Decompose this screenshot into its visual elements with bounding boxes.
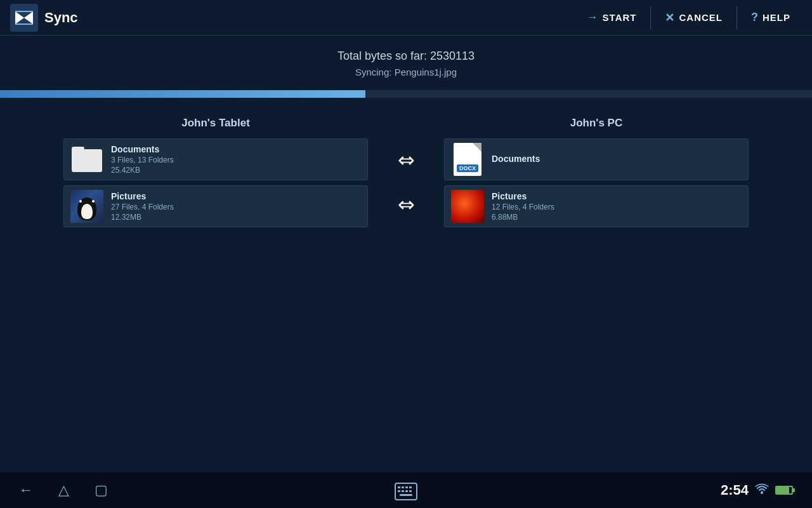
top-actions: → START ✕ CANCEL ? HELP (575, 6, 802, 30)
status-area: 2:54 (721, 482, 793, 498)
back-icon[interactable]: ← (19, 482, 33, 498)
svg-rect-13 (409, 490, 412, 492)
svg-rect-12 (405, 490, 408, 492)
tablet-panel: John's Tablet Documents 3 Files, 13 Fold… (63, 117, 368, 232)
progress-area: Total bytes so far: 2530113 Syncing: Pen… (0, 36, 812, 84)
help-button[interactable]: ? HELP (740, 6, 802, 29)
pc-pictures-detail1: 12 Files, 4 Folders (492, 203, 554, 211)
home-icon[interactable]: △ (58, 482, 69, 498)
tablet-pictures-name: Pictures (111, 191, 174, 201)
divider2 (737, 6, 737, 29)
pc-pictures-detail2: 6.88MB (492, 213, 554, 222)
syncing-label: Syncing: Penguins1j.jpg (0, 67, 812, 77)
svg-rect-10 (398, 490, 400, 492)
clock: 2:54 (721, 482, 749, 498)
cancel-icon: ✕ (665, 11, 675, 25)
sync-arrow-pictures: ⇔ (398, 194, 415, 215)
main-content: John's Tablet Documents 3 Files, 13 Fold… (0, 104, 812, 246)
pc-documents-name: Documents (492, 154, 540, 164)
tablet-documents-item[interactable]: Documents 3 Files, 13 Folders 25.42KB (63, 138, 368, 180)
keyboard-button[interactable] (395, 483, 417, 503)
svg-rect-7 (402, 486, 404, 488)
tablet-pictures-item[interactable]: Pictures 27 Files, 4 Folders 12.32MB (63, 185, 368, 227)
tablet-pictures-detail2: 12.32MB (111, 213, 174, 222)
tablet-documents-info: Documents 3 Files, 13 Folders 25.42KB (111, 144, 174, 175)
tablet-documents-name: Documents (111, 144, 174, 154)
pc-pictures-info: Pictures 12 Files, 4 Folders 6.88MB (492, 191, 554, 222)
app-logo (10, 4, 38, 32)
pc-pictures-item[interactable]: Pictures 12 Files, 4 Folders 6.88MB (444, 185, 749, 227)
pc-documents-item[interactable]: DOCX Documents (444, 138, 749, 180)
battery-icon (775, 486, 793, 495)
pc-pictures-thumb (451, 190, 484, 223)
sync-arrow-documents: ⇔ (398, 150, 415, 170)
pc-title: John's PC (444, 117, 749, 130)
cancel-button[interactable]: ✕ CANCEL (653, 6, 734, 30)
svg-rect-8 (405, 486, 408, 488)
progress-bar-fill (0, 90, 365, 98)
divider (650, 6, 651, 29)
app-title: Sync (44, 10, 575, 26)
svg-rect-11 (402, 490, 404, 492)
svg-point-15 (761, 491, 763, 494)
pc-panel: John's PC DOCX Documents Pictures 12 Fil… (444, 117, 749, 232)
start-icon: → (587, 11, 599, 24)
nav-icons: ← △ ▢ (19, 482, 108, 498)
folder-icon (72, 147, 102, 172)
start-button[interactable]: → START (575, 6, 648, 29)
tablet-title: John's Tablet (63, 117, 368, 130)
top-bar: Sync → START ✕ CANCEL ? HELP (0, 0, 812, 36)
keyboard-icon (395, 483, 417, 500)
tablet-pictures-thumb (70, 190, 103, 223)
red-texture-thumbnail (451, 190, 484, 223)
bottom-bar: ← △ ▢ 2:54 (0, 472, 812, 508)
svg-rect-14 (400, 494, 412, 496)
tablet-documents-thumb (70, 143, 103, 176)
bytes-label: Total bytes so far: 2530113 (0, 50, 812, 63)
pc-documents-thumb: DOCX (451, 143, 484, 176)
tablet-pictures-info: Pictures 27 Files, 4 Folders 12.32MB (111, 191, 174, 222)
wifi-icon (755, 483, 769, 498)
svg-rect-6 (398, 486, 400, 488)
docx-icon: DOCX (454, 143, 481, 176)
tablet-documents-detail2: 25.42KB (111, 166, 174, 175)
pc-documents-info: Documents (492, 154, 540, 165)
svg-rect-9 (409, 486, 412, 488)
help-icon: ? (751, 11, 759, 24)
penguin-thumbnail (70, 190, 103, 223)
recents-icon[interactable]: ▢ (95, 482, 108, 498)
progress-bar (0, 90, 812, 98)
tablet-pictures-detail1: 27 Files, 4 Folders (111, 203, 174, 211)
tablet-documents-detail1: 3 Files, 13 Folders (111, 156, 174, 164)
arrows-column: ⇔ ⇔ (368, 117, 444, 234)
pc-pictures-name: Pictures (492, 191, 554, 201)
